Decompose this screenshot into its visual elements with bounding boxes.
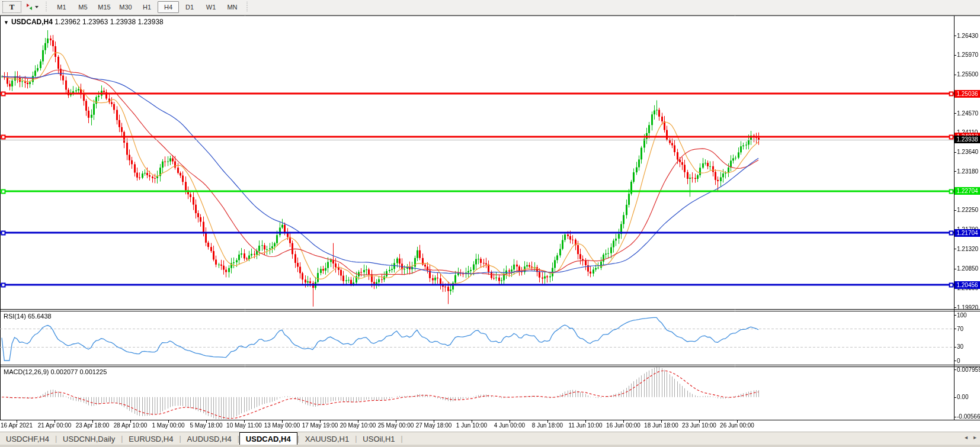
cursor-arrows-button[interactable] [23,2,41,12]
chart-tab-xauusd[interactable]: XAUUSD,H1 [299,433,355,445]
chart-tab-bar: USDCHF,H4|USDCNH,Daily|EURUSD,H4|AUDUSD,… [0,432,980,445]
timeframe-button-m1[interactable]: M1 [51,1,72,13]
timeframe-button-w1[interactable]: W1 [200,1,222,13]
timeframe-button-mn[interactable]: MN [222,1,243,13]
chart-canvas[interactable] [0,0,980,447]
arrows-icon [25,3,33,12]
chart-tab-usdcnh[interactable]: USDCNH,Daily [57,433,121,445]
text-tool-button[interactable]: T [2,1,21,13]
toolbar-separator [245,2,249,12]
chart-tab-usdcad[interactable]: USDCAD,H4 [239,432,297,445]
timeframe-button-m5[interactable]: M5 [72,1,94,13]
timeframe-button-h4[interactable]: H4 [158,1,179,13]
chevron-down-icon [35,6,39,8]
timeframe-button-group: M1M5M15M30H1H4D1W1MN [51,1,243,13]
chart-tab-audusd[interactable]: AUDUSD,H4 [181,433,238,445]
tab-scroll-right-button[interactable]: ▸ [973,434,976,441]
chart-tab-usdchf[interactable]: USDCHF,H4 [0,433,55,445]
timeframe-button-m30[interactable]: M30 [115,1,136,13]
top-toolbar: T M1M5M15M30H1H4D1W1MN [0,0,980,15]
toolbar-separator [44,2,49,12]
tab-separator: | [401,435,403,443]
tab-scroll-buttons: ◂ ▸ [965,434,976,441]
timeframe-button-m15[interactable]: M15 [94,1,115,13]
timeframe-button-h1[interactable]: H1 [136,1,158,13]
timeframe-button-d1[interactable]: D1 [179,1,200,13]
chart-tab-usoil[interactable]: USOil,H1 [357,433,401,445]
mt4-window: { "toolbar": { "text_tool_label": "T", "… [0,0,980,447]
chart-tab-eurusd[interactable]: EURUSD,H4 [123,433,179,445]
window-bottom-strip [0,445,980,447]
tab-scroll-left-button[interactable]: ◂ [965,434,968,441]
